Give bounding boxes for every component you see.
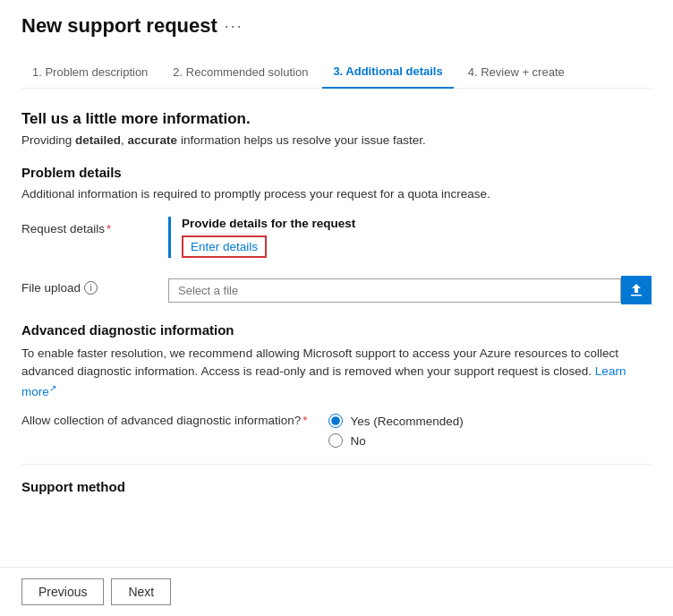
section-description: Providing detailed, accurate information… [21,133,652,147]
file-upload-label: File upload i [21,276,147,295]
diagnostic-section: Advanced diagnostic information To enabl… [21,322,652,448]
request-details-control: Provide details for the request Enter de… [168,217,652,258]
desc-bold-detailed: detailed [75,133,121,147]
diagnostic-required: * [302,414,307,427]
request-details-label: Request details* [21,217,147,235]
radio-yes[interactable] [328,414,343,428]
file-upload-row: File upload i [21,276,652,304]
file-input-wrapper [168,276,652,304]
support-method-title: Support method [21,464,652,494]
diagnostic-title: Advanced diagnostic information [21,322,652,338]
desc-bold-accurate: accurate [128,133,178,147]
radio-yes-label[interactable]: Yes (Recommended) [328,414,463,428]
problem-details-title: Problem details [21,165,652,180]
file-upload-button[interactable] [621,276,652,304]
ellipsis-menu-icon[interactable]: ··· [225,17,243,36]
page-title: New support request [21,14,217,38]
radio-no-label[interactable]: No [328,433,463,448]
page-title-row: New support request ··· [21,14,652,38]
request-detail-box: Provide details for the request Enter de… [168,217,652,258]
wizard-step-4[interactable]: 4. Review + create [457,56,575,88]
enter-details-link[interactable]: Enter details [182,235,267,258]
next-button[interactable]: Next [111,578,171,605]
wizard-steps: 1. Problem description 2. Recommended so… [21,56,652,89]
diagnostic-description: To enable faster resolution, we recommen… [21,345,652,401]
diagnostic-radio-group: Yes (Recommended) No [328,414,463,448]
upload-icon [629,283,643,297]
wizard-step-2[interactable]: 2. Recommended solution [162,56,319,88]
page-container: New support request ··· 1. Problem descr… [0,0,673,512]
footer-bar: Previous Next [0,567,673,616]
diagnostic-allow-row: Allow collection of advanced diagnostic … [21,414,652,448]
request-details-row: Request details* Provide details for the… [21,217,652,258]
file-select-input[interactable] [168,278,621,303]
wizard-step-1[interactable]: 1. Problem description [21,56,158,88]
diagnostic-allow-label: Allow collection of advanced diagnostic … [21,414,307,427]
file-upload-info-icon[interactable]: i [84,281,98,295]
external-link-icon: ↗ [49,383,56,393]
svg-rect-0 [631,295,642,296]
previous-button[interactable]: Previous [21,578,104,605]
request-detail-panel-title: Provide details for the request [182,217,652,230]
request-details-required: * [106,222,111,235]
wizard-step-3[interactable]: 3. Additional details [322,56,453,89]
radio-no[interactable] [328,433,343,448]
problem-details-description: Additional information is required to pr… [21,187,652,201]
section-headline: Tell us a little more information. [21,110,652,128]
